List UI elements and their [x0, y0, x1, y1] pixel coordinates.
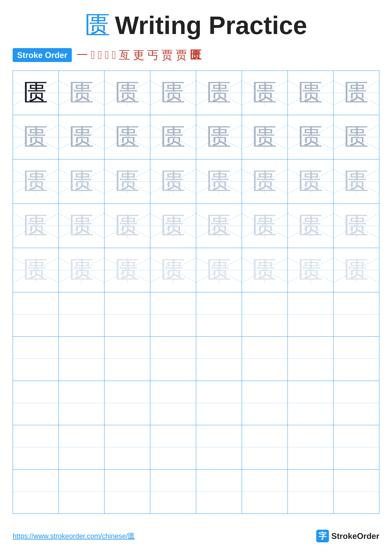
- cell-character: 匮: [344, 169, 369, 194]
- stroke-order-row: Stroke Order 一 𠃋 𠃎 𠃍 𠄌 亙 更 丐 贾 贾 匮: [13, 47, 379, 63]
- footer: https://www.strokeorder.com/chinese/匮 字 …: [13, 520, 379, 546]
- cell-character: 匮: [252, 214, 277, 238]
- grid-cell: [150, 469, 196, 514]
- cell-character: 匮: [298, 81, 323, 105]
- grid-cell: 匮: [13, 204, 59, 248]
- grid-cell: 匮: [59, 248, 105, 292]
- footer-brand: 字 StrokeOrder: [316, 530, 379, 542]
- grid-cell: 匮: [242, 248, 288, 292]
- brand-name: StrokeOrder: [331, 531, 379, 541]
- table-row: [13, 469, 379, 514]
- grid-cell: [104, 292, 150, 336]
- grid-cell: [333, 469, 379, 514]
- grid-cell: [150, 425, 196, 469]
- cell-character: 匮: [69, 81, 94, 105]
- cell-character: 匮: [252, 258, 277, 282]
- cell-character: 匮: [115, 258, 140, 282]
- title-row: 匮 Writing Practice: [85, 13, 307, 38]
- grid-cell: [104, 336, 150, 381]
- stroke-3: 𠃎: [98, 49, 102, 62]
- grid-cell: 匮: [13, 71, 59, 115]
- cell-character: 匮: [207, 258, 231, 282]
- stroke-2: 𠃋: [91, 49, 95, 62]
- grid-cell: 匮: [59, 71, 105, 115]
- grid-cell: [242, 292, 288, 336]
- cell-character: 匮: [344, 125, 369, 150]
- grid-cell: [13, 381, 59, 425]
- grid-cell: [150, 381, 196, 425]
- grid-cell: [333, 381, 379, 425]
- grid-cell: [288, 381, 334, 425]
- stroke-10: 贾: [176, 47, 187, 63]
- cell-character: 匮: [298, 214, 323, 238]
- page: 匮 Writing Practice Stroke Order 一 𠃋 𠃎 𠃍 …: [0, 0, 392, 555]
- grid-cell: 匮: [288, 204, 334, 248]
- stroke-7: 更: [133, 47, 144, 63]
- cell-character: 匮: [23, 125, 48, 150]
- cell-character: 匮: [252, 125, 277, 150]
- grid-cell: 匮: [59, 159, 105, 204]
- grid-cell: 匮: [196, 71, 242, 115]
- table-row: [13, 381, 379, 425]
- grid-cell: [196, 336, 242, 381]
- grid-cell: [242, 469, 288, 514]
- cell-character: 匮: [23, 214, 48, 238]
- grid-cell: [288, 425, 334, 469]
- cell-character: 匮: [69, 125, 94, 150]
- grid-cell: [196, 292, 242, 336]
- grid-cell: 匮: [288, 248, 334, 292]
- table-row: 匮匮匮匮匮匮匮匮: [13, 115, 379, 159]
- stroke-8: 丐: [147, 47, 159, 63]
- grid-cell: 匮: [150, 71, 196, 115]
- grid-cell: 匮: [13, 248, 59, 292]
- cell-character: 匮: [298, 169, 323, 194]
- grid-cell: 匮: [333, 248, 379, 292]
- grid-cell: 匮: [333, 159, 379, 204]
- grid-cell: [242, 425, 288, 469]
- cell-character: 匮: [23, 258, 48, 282]
- grid-cell: [196, 425, 242, 469]
- grid-cell: [333, 292, 379, 336]
- cell-character: 匮: [23, 81, 48, 105]
- grid-cell: [59, 336, 105, 381]
- grid-cell: [242, 336, 288, 381]
- stroke-9: 贾: [161, 47, 173, 63]
- grid-cell: 匮: [13, 159, 59, 204]
- page-title: Writing Practice: [115, 13, 307, 38]
- grid-cell: [288, 292, 334, 336]
- stroke-5: 𠄌: [112, 49, 116, 62]
- cell-character: 匮: [161, 125, 185, 150]
- grid-cell: [104, 381, 150, 425]
- cell-character: 匮: [161, 258, 185, 282]
- grid-cell: [196, 469, 242, 514]
- grid-cell: 匮: [196, 115, 242, 159]
- grid-cell: 匮: [104, 248, 150, 292]
- grid-cell: [288, 469, 334, 514]
- stroke-order-label: Stroke Order: [13, 48, 72, 62]
- grid-cell: 匮: [333, 115, 379, 159]
- cell-character: 匮: [207, 81, 231, 105]
- grid-cell: 匮: [333, 204, 379, 248]
- cell-character: 匮: [161, 81, 185, 105]
- table-row: 匮匮匮匮匮匮匮匮: [13, 159, 379, 204]
- cell-character: 匮: [115, 81, 140, 105]
- grid-cell: 匮: [150, 204, 196, 248]
- grid-cell: 匮: [150, 159, 196, 204]
- grid-cell: 匮: [13, 115, 59, 159]
- grid-cell: 匮: [333, 71, 379, 115]
- grid-cell: 匮: [150, 248, 196, 292]
- footer-url[interactable]: https://www.strokeorder.com/chinese/匮: [13, 531, 135, 541]
- grid-cell: [104, 469, 150, 514]
- grid-cell: 匮: [242, 115, 288, 159]
- stroke-6: 亙: [119, 47, 130, 63]
- table-row: [13, 425, 379, 469]
- grid-cell: [13, 336, 59, 381]
- cell-character: 匮: [69, 214, 94, 238]
- grid-cell: [104, 425, 150, 469]
- cell-character: 匮: [69, 169, 94, 194]
- grid-cell: 匮: [196, 248, 242, 292]
- grid-cell: 匮: [196, 204, 242, 248]
- grid-cell: 匮: [59, 115, 105, 159]
- grid-cell: 匮: [196, 159, 242, 204]
- cell-character: 匮: [207, 125, 231, 150]
